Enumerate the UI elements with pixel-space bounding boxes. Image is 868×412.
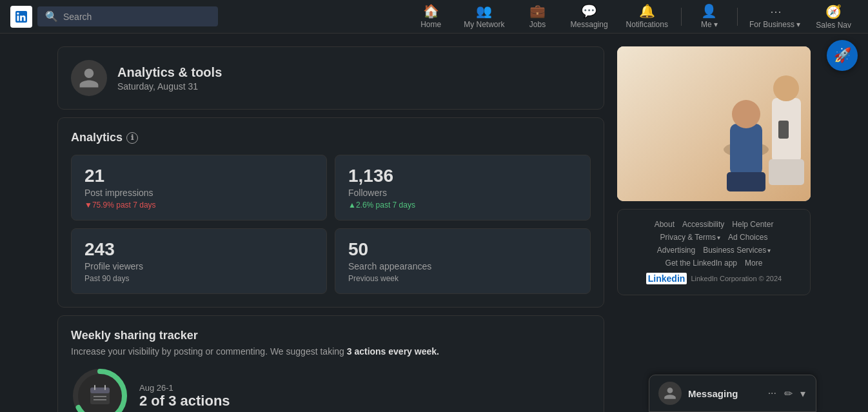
nav-item-jobs[interactable]: 💼 Jobs (515, 1, 560, 33)
nav-label-messaging: Messaging (571, 20, 608, 29)
chevron-down-icon: ▾ (717, 234, 720, 241)
footer-link-ad-choices[interactable]: Ad Choices (728, 233, 767, 242)
nav-item-network[interactable]: 👥 My Network (456, 1, 512, 33)
linkedin-logo-footer: Linkedin (646, 273, 687, 284)
nav-item-home[interactable]: 🏠 Home (408, 1, 453, 33)
footer-link-more[interactable]: More (745, 259, 762, 268)
metric-label-viewers: Profile viewers (84, 261, 313, 271)
footer-links-row-1: About Accessibility Help Center (628, 220, 800, 229)
footer-links-row-4: Get the LinkedIn app More (628, 259, 800, 268)
metric-change-impressions: ▼75.9% past 7 days (84, 201, 313, 210)
messaging-title: Messaging (688, 388, 760, 399)
weekly-title: Weekly sharing tracker (71, 329, 591, 342)
footer-link-help[interactable]: Help Center (732, 220, 773, 229)
analytics-tools-header: Analytics & tools Saturday, August 31 (71, 60, 591, 96)
metric-search-appearances[interactable]: 50 Search appearances Previous week (335, 228, 591, 294)
weekly-tracker-card: Weekly sharing tracker Increase your vis… (57, 315, 604, 412)
analytics-card: Analytics ℹ 21 Post impressions ▼75.9% p… (57, 117, 604, 308)
svg-rect-12 (727, 172, 765, 191)
metric-label-followers: Followers (348, 188, 577, 198)
metric-number-search: 50 (348, 239, 577, 260)
metric-number-viewers: 243 (84, 239, 313, 260)
nav-item-notifications[interactable]: 🔔 Notifications (618, 1, 676, 33)
rocket-icon: 🚀 (834, 47, 851, 64)
weekly-tracker-content: Aug 26-1 2 of 3 actions (71, 367, 591, 412)
metric-followers[interactable]: 1,136 Followers ▲2.6% past 7 days (335, 155, 591, 221)
right-sidebar: See who's hiring on LinkedIn. (617, 46, 811, 412)
footer-link-advertising[interactable]: Advertising (657, 246, 695, 255)
footer-links-card: About Accessibility Help Center Privacy … (617, 209, 811, 295)
footer-link-business-services[interactable]: Business Services ▾ (703, 246, 771, 255)
svg-rect-16 (778, 121, 789, 139)
messaging-avatar (658, 382, 682, 405)
analytics-tools-card: Analytics & tools Saturday, August 31 (57, 46, 604, 110)
metrics-grid: 21 Post impressions ▼75.9% past 7 days 1… (71, 155, 591, 294)
analytics-section-title: Analytics ℹ (71, 131, 591, 144)
metric-profile-viewers[interactable]: 243 Profile viewers Past 90 days (71, 228, 327, 294)
svg-rect-15 (769, 159, 804, 185)
ad-image: See who's hiring on LinkedIn. (617, 46, 811, 201)
metric-change-search: Previous week (348, 274, 577, 283)
ad-card[interactable]: See who's hiring on LinkedIn. (617, 46, 811, 201)
nav-label-notifications: Notifications (626, 20, 668, 29)
me-icon: 👤 (701, 3, 717, 19)
weekly-subtitle: Increase your visibility by posting or c… (71, 346, 591, 357)
chevron-down-icon-2: ▾ (767, 247, 771, 254)
footer-link-app[interactable]: Get the LinkedIn app (666, 259, 737, 268)
analytics-tools-title: Analytics & tools (117, 65, 222, 80)
avatar (71, 60, 107, 96)
svg-rect-3 (90, 387, 110, 393)
search-input[interactable] (63, 12, 210, 22)
messaging-icon: 💬 (581, 3, 597, 19)
footer-link-about[interactable]: About (655, 220, 675, 229)
progress-circle (71, 367, 129, 412)
linkedin-footer: Linkedin LinkedIn Corporation © 2024 (628, 273, 800, 284)
weekly-actions-count: 2 of 3 actions (139, 393, 230, 409)
nav-divider (681, 8, 682, 26)
home-icon: 🏠 (423, 3, 439, 19)
metric-number-followers: 1,136 (348, 166, 577, 186)
notifications-icon: 🔔 (639, 3, 655, 19)
nav-divider-2 (737, 8, 738, 26)
nav-label-jobs: Jobs (529, 20, 546, 29)
navbar: 🔍 🏠 Home 👥 My Network 💼 Jobs 💬 Messaging… (0, 0, 868, 34)
left-content: Analytics & tools Saturday, August 31 An… (57, 46, 604, 412)
nav-label-network: My Network (464, 20, 504, 29)
weekly-info: Aug 26-1 2 of 3 actions (139, 383, 230, 409)
nav-label-sales: Sales Nav (816, 21, 851, 30)
svg-point-14 (773, 75, 799, 101)
jobs-icon: 💼 (529, 3, 546, 19)
nav-label-me: Me ▾ (701, 20, 718, 29)
svg-point-11 (732, 100, 760, 128)
metric-label-impressions: Post impressions (84, 188, 313, 198)
search-icon: 🔍 (45, 10, 58, 23)
messaging-more-button[interactable]: ··· (767, 386, 778, 400)
network-icon: 👥 (476, 3, 492, 19)
metric-change-viewers: Past 90 days (84, 274, 313, 283)
nav-item-messaging[interactable]: 💬 Messaging (563, 1, 616, 33)
messaging-compose-button[interactable]: ✏ (783, 386, 794, 401)
analytics-tools-date: Saturday, August 31 (117, 81, 222, 92)
analytics-info-icon[interactable]: ℹ (126, 132, 138, 144)
messaging-bar[interactable]: Messaging ··· ✏ ▾ (649, 375, 816, 412)
nav-item-business[interactable]: ⋯ For Business ▾ (743, 2, 807, 32)
nav-items: 🏠 Home 👥 My Network 💼 Jobs 💬 Messaging 🔔… (408, 1, 858, 33)
linkedin-logo[interactable] (10, 6, 32, 28)
footer-links-row-2: Privacy & Terms ▾ Ad Choices (628, 233, 800, 242)
metric-change-followers: ▲2.6% past 7 days (348, 201, 577, 210)
nav-item-me[interactable]: 👤 Me ▾ (687, 1, 732, 33)
nav-item-sales[interactable]: 🧭 Sales Nav (809, 1, 858, 32)
footer-link-privacy[interactable]: Privacy & Terms ▾ (660, 233, 720, 242)
business-icon: ⋯ (770, 5, 780, 19)
messaging-minimize-button[interactable]: ▾ (799, 386, 807, 401)
metric-post-impressions[interactable]: 21 Post impressions ▼75.9% past 7 days (71, 155, 327, 221)
messaging-controls: ··· ✏ ▾ (767, 386, 807, 401)
search-box[interactable]: 🔍 (37, 6, 218, 26)
svg-rect-10 (730, 124, 762, 175)
sales-icon: 🧭 (825, 4, 842, 19)
footer-link-accessibility[interactable]: Accessibility (682, 220, 724, 229)
main-container: Analytics & tools Saturday, August 31 An… (47, 34, 821, 412)
rocket-fab[interactable]: 🚀 (827, 40, 858, 71)
nav-label-business: For Business ▾ (749, 20, 800, 29)
metric-number-impressions: 21 (84, 166, 313, 186)
